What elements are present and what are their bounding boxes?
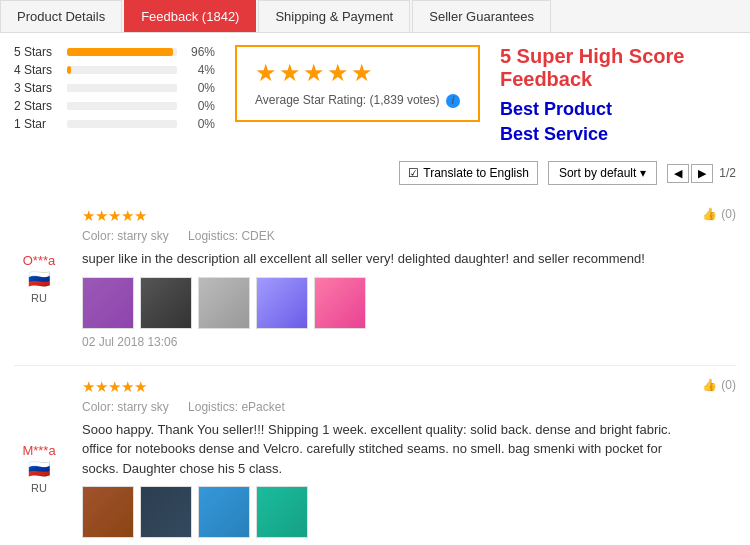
pct-4: 4% — [185, 63, 215, 77]
thumbs-up-icon: 👍 — [702, 207, 717, 221]
reviewer-left: O***a 🇷🇺 RU — [14, 253, 64, 304]
review-meta: Color: starry sky Logistics: ePacket — [82, 400, 702, 414]
chevron-down-icon: ▾ — [640, 166, 646, 180]
rating-box: ★★★★★ Average Star Rating: (1,839 votes)… — [235, 45, 480, 122]
star-label-4: 4 Stars — [14, 63, 59, 77]
reviewer-name: M***a — [22, 443, 55, 458]
review-text: Sooo happy. Thank You seller!!! Shipping… — [82, 420, 702, 479]
review-stars: ★★★★★ — [82, 207, 645, 225]
info-icon[interactable]: i — [446, 94, 460, 108]
bar-4 — [67, 66, 71, 74]
page-indicator: 1/2 — [719, 166, 736, 180]
review-meta: Color: starry sky Logistics: CDEK — [82, 229, 645, 243]
country-label: RU — [31, 292, 47, 304]
review-image[interactable] — [256, 277, 308, 329]
thumbs-up-icon: 👍 — [702, 378, 717, 392]
flag-icon: 🇷🇺 — [28, 268, 50, 290]
like-button[interactable]: 👍 (0) — [702, 378, 736, 392]
like-count: (0) — [721, 378, 736, 392]
best-text: Best Product Best Service — [500, 97, 736, 147]
reviewer-info: M***a 🇷🇺 RU ★★★★★ Color: starry sky Logi… — [14, 378, 702, 545]
review-image[interactable] — [140, 277, 192, 329]
tabs-container: Product Details Feedback (1842) Shipping… — [0, 0, 750, 33]
review-image[interactable] — [314, 277, 366, 329]
bar-5 — [67, 48, 173, 56]
like-button[interactable]: 👍 (0) — [702, 207, 736, 221]
review-date: 02 Jul 2018 13:06 — [82, 335, 645, 349]
star-label-3: 3 Stars — [14, 81, 59, 95]
review-image[interactable] — [140, 486, 192, 538]
flag-icon: 🇷🇺 — [28, 458, 50, 480]
review-right: ★★★★★ Color: starry sky Logistics: CDEK … — [72, 207, 645, 349]
review-right: ★★★★★ Color: starry sky Logistics: ePack… — [72, 378, 702, 545]
country-label: RU — [31, 482, 47, 494]
reviewer-left: M***a 🇷🇺 RU — [14, 443, 64, 494]
reviewer-info: O***a 🇷🇺 RU ★★★★★ Color: starry sky Logi… — [14, 207, 645, 349]
tab-shipping[interactable]: Shipping & Payment — [258, 0, 410, 32]
review-stars: ★★★★★ — [82, 378, 702, 396]
star-label-2: 2 Stars — [14, 99, 59, 113]
star-label-1: 1 Star — [14, 117, 59, 131]
review-item: M***a 🇷🇺 RU ★★★★★ Color: starry sky Logi… — [14, 366, 736, 545]
stars-breakdown: 5 Stars 96% 4 Stars 4% 3 Stars 0% 2 Star… — [14, 45, 215, 135]
like-count: (0) — [721, 207, 736, 221]
next-page-button[interactable]: ▶ — [691, 164, 713, 183]
checkbox-icon: ☑ — [408, 166, 419, 180]
translate-button[interactable]: ☑ Translate to English — [399, 161, 538, 185]
sort-button[interactable]: Sort by default ▾ — [548, 161, 657, 185]
page-nav: ◀ ▶ 1/2 — [667, 164, 736, 183]
pct-2: 0% — [185, 99, 215, 113]
rating-stars: ★★★★★ — [255, 59, 460, 87]
review-image[interactable] — [198, 277, 250, 329]
review-image[interactable] — [82, 277, 134, 329]
review-images — [82, 277, 645, 329]
prev-page-button[interactable]: ◀ — [667, 164, 689, 183]
pct-1: 0% — [185, 117, 215, 131]
review-item: O***a 🇷🇺 RU ★★★★★ Color: starry sky Logi… — [14, 195, 736, 366]
tab-guarantees[interactable]: Seller Guarantees — [412, 0, 551, 32]
review-text: super like in the description all excell… — [82, 249, 645, 269]
tab-product-details[interactable]: Product Details — [0, 0, 122, 32]
pct-5: 96% — [185, 45, 215, 59]
rating-avg: Average Star Rating: (1,839 votes) i — [255, 93, 460, 108]
star-label-5: 5 Stars — [14, 45, 59, 59]
review-images — [82, 486, 702, 538]
reviewer-name: O***a — [23, 253, 56, 268]
pct-3: 0% — [185, 81, 215, 95]
tab-feedback[interactable]: Feedback (1842) — [124, 0, 256, 32]
promo-text: 5 Super High Score Feedback — [500, 45, 736, 91]
review-image[interactable] — [256, 486, 308, 538]
review-image[interactable] — [198, 486, 250, 538]
review-controls: ☑ Translate to English Sort by default ▾… — [14, 161, 736, 185]
review-image[interactable] — [82, 486, 134, 538]
promo-section: 5 Super High Score Feedback Best Product… — [500, 45, 736, 147]
reviews-list: O***a 🇷🇺 RU ★★★★★ Color: starry sky Logi… — [14, 195, 736, 545]
